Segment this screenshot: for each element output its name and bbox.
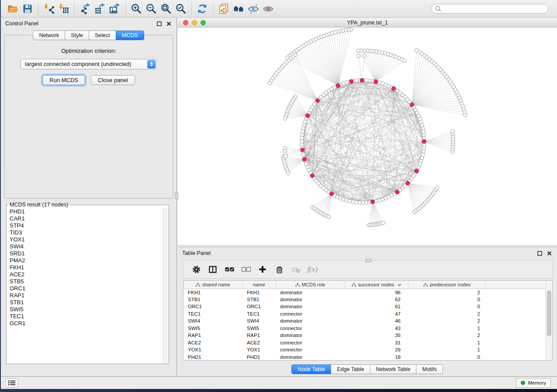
table-tab-network-table[interactable]: Network Table — [370, 364, 417, 374]
table-row[interactable]: ACE2ACE2connector311 — [183, 339, 547, 347]
home-button[interactable] — [231, 2, 246, 16]
mcds-result-item[interactable]: ACE2 — [10, 271, 169, 278]
table-cell[interactable] — [485, 310, 547, 318]
table-cell[interactable]: SWI4 — [183, 317, 242, 325]
table-cell[interactable]: TEC1 — [242, 310, 276, 318]
table-cell[interactable]: SWI5 — [242, 325, 276, 332]
table-cell[interactable]: 1 — [408, 325, 485, 332]
table-cell[interactable]: ORC1 — [242, 303, 276, 310]
network-leaf-node[interactable] — [284, 155, 287, 158]
table-cell[interactable]: 2 — [408, 317, 485, 325]
import-network-button[interactable] — [42, 2, 56, 16]
table-cell[interactable]: connector — [276, 310, 345, 318]
table-cell[interactable]: 0 — [408, 303, 485, 310]
column-header-successor-nodes[interactable]: successor nodes — [345, 281, 408, 289]
show-columns-button[interactable] — [204, 262, 221, 277]
deselect-all-button[interactable] — [238, 262, 254, 277]
zoom-in-button[interactable] — [129, 2, 144, 16]
mcds-hub-node[interactable] — [301, 148, 304, 152]
table-cell[interactable]: dominator — [276, 289, 345, 296]
delete-column-button[interactable] — [271, 262, 287, 277]
table-cell[interactable]: SWI4 — [242, 317, 276, 325]
mcds-result-item[interactable]: SRD1 — [10, 250, 169, 257]
mcds-hub-node[interactable] — [360, 78, 364, 82]
mcds-hub-node[interactable] — [349, 79, 353, 83]
table-tab-node-table[interactable]: Node Table — [291, 364, 331, 374]
table-cell[interactable]: 46 — [345, 317, 408, 325]
network-node[interactable] — [301, 127, 305, 130]
export-network-button[interactable] — [78, 2, 93, 16]
mcds-hub-node[interactable] — [391, 86, 395, 90]
table-cell[interactable]: ACE2 — [183, 339, 242, 347]
import-table-button[interactable] — [56, 2, 71, 16]
run-mcds-button[interactable]: Run MCDS — [42, 75, 85, 85]
table-splitter-handle[interactable] — [365, 259, 372, 262]
open-file-button[interactable] — [5, 2, 20, 16]
zoom-out-button[interactable] — [144, 2, 159, 16]
mcds-result-item[interactable]: SWI5 — [10, 306, 169, 313]
mcds-hub-node[interactable] — [422, 139, 426, 143]
network-node[interactable] — [422, 130, 425, 133]
float-table-panel-button[interactable] — [536, 250, 543, 257]
network-canvas[interactable] — [178, 28, 557, 244]
task-history-button[interactable] — [5, 378, 18, 388]
export-web-button[interactable] — [216, 2, 231, 16]
memory-button[interactable]: Memory — [516, 378, 551, 388]
mcds-hub-node[interactable] — [315, 99, 319, 103]
mcds-result-item[interactable]: GCR1 — [10, 320, 169, 327]
mcds-result-item[interactable]: ORC1 — [10, 285, 169, 292]
table-cell[interactable]: ORC1 — [183, 303, 242, 310]
network-leaf-node[interactable] — [283, 117, 287, 120]
network-node[interactable] — [348, 199, 352, 203]
mcds-scrollbar[interactable] — [163, 208, 169, 364]
table-cell[interactable] — [485, 289, 547, 296]
mcds-result-item[interactable]: STB5 — [10, 278, 169, 285]
zoom-selected-button[interactable] — [173, 2, 188, 16]
save-session-button[interactable] — [20, 2, 35, 16]
mcds-result-item[interactable]: PHD1 — [10, 208, 169, 215]
network-leaf-node[interactable] — [357, 54, 360, 58]
table-cell[interactable]: 29 — [345, 346, 408, 354]
table-cell[interactable]: connector — [276, 339, 345, 347]
table-row[interactable]: ORC1ORC1dominator610 — [183, 303, 547, 310]
table-cell[interactable]: 2 — [408, 289, 485, 296]
table-cell[interactable]: dominator — [276, 296, 345, 303]
table-cell[interactable]: SWI5 — [183, 325, 242, 332]
tab-mcds[interactable]: MCDS — [116, 31, 144, 40]
table-settings-button[interactable] — [188, 262, 204, 277]
table-cell[interactable] — [485, 354, 547, 361]
mcds-hub-node[interactable] — [329, 192, 333, 196]
criterion-select[interactable]: largest connected component (undirected) — [21, 59, 157, 69]
table-cell[interactable]: dominator — [276, 303, 345, 310]
table-cell[interactable]: 2 — [408, 310, 485, 318]
add-column-button[interactable] — [254, 262, 271, 277]
table-cell[interactable]: dominator — [276, 354, 345, 361]
table-scrollbar[interactable] — [546, 281, 552, 360]
mcds-hub-node[interactable] — [395, 190, 399, 194]
table-cell[interactable]: connector — [276, 346, 345, 354]
mcds-hub-node[interactable] — [303, 157, 307, 161]
table-cell[interactable]: ACE2 — [242, 339, 276, 347]
table-row[interactable]: PHD1PHD1dominator180 — [183, 354, 547, 361]
mcds-hub-node[interactable] — [310, 174, 314, 178]
network-window-titlebar[interactable]: YPA_prune.txt_1 — [178, 18, 557, 28]
tab-select[interactable]: Select — [89, 31, 116, 40]
table-cell[interactable]: 47 — [345, 310, 408, 318]
table-scrollbar-thumb[interactable] — [547, 290, 551, 336]
column-header-name[interactable]: name — [242, 281, 276, 289]
table-cell[interactable] — [485, 346, 547, 354]
table-row[interactable]: STB1STB1dominator620 — [183, 296, 547, 303]
close-panel-button-mcds[interactable]: Close panel — [91, 75, 135, 85]
table-cell[interactable]: 2 — [408, 332, 485, 339]
mcds-hub-node[interactable] — [336, 84, 340, 88]
table-cell[interactable]: dominator — [276, 332, 345, 339]
table-row[interactable]: YOX1YOX1connector291 — [183, 346, 547, 354]
table-cell[interactable]: 0 — [408, 354, 485, 361]
network-leaf-node[interactable] — [415, 48, 419, 52]
refresh-button[interactable] — [195, 2, 210, 16]
table-cell[interactable] — [485, 296, 547, 303]
table-cell[interactable]: 96 — [345, 289, 408, 296]
mcds-hub-node[interactable] — [415, 169, 419, 173]
table-cell[interactable]: PHD1 — [183, 354, 242, 361]
mcds-hub-node[interactable] — [410, 103, 414, 107]
